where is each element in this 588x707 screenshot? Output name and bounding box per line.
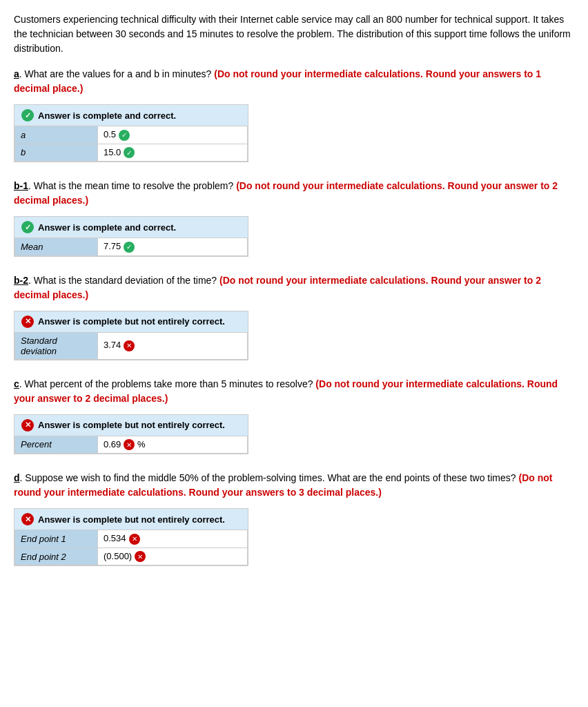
question-block-c: c. What percent of the problems take mor…: [14, 377, 574, 455]
question-letter-b2: b-2: [14, 275, 28, 286]
row-label-c-0: Percent: [15, 436, 98, 454]
intro-text: Customers experiencing technical difficu…: [14, 12, 574, 56]
row-label-d-0: End point 1: [15, 530, 98, 548]
question-before-b1: . What is the mean time to resolve the p…: [28, 180, 233, 191]
inline-cross-icon: ✕: [124, 340, 135, 351]
question-before-c: . What percent of the problems take more…: [19, 378, 313, 389]
answer-status-label-b1: Answer is complete and correct.: [38, 222, 176, 233]
row-value-a-0: 0.5✓: [98, 126, 248, 144]
table-row: Standard deviation3.74✕: [15, 332, 248, 359]
row-label-d-1: End point 2: [15, 548, 98, 565]
check-icon: ✓: [21, 109, 34, 122]
question-block-a: a. What are the values for a and b in mi…: [14, 67, 574, 162]
row-label-a-1: b: [15, 144, 98, 162]
answer-status-label-c: Answer is complete but not entirely corr…: [38, 420, 225, 430]
question-letter-a: a: [14, 68, 19, 79]
answer-box-d: ✕Answer is complete but not entirely cor…: [14, 508, 248, 566]
answer-status-label-a: Answer is complete and correct.: [38, 110, 176, 121]
inline-check-icon: ✓: [124, 242, 135, 253]
answer-box-a: ✓Answer is complete and correct.a0.5✓b15…: [14, 104, 248, 162]
answer-box-b1: ✓Answer is complete and correct.Mean7.75…: [14, 216, 248, 257]
inline-cross-icon: ✕: [135, 551, 146, 562]
cross-icon: ✕: [21, 513, 34, 525]
cross-icon: ✕: [21, 419, 34, 432]
question-label-b2: b-2. What is the standard deviation of t…: [14, 273, 574, 302]
question-block-b2: b-2. What is the standard deviation of t…: [14, 273, 574, 360]
row-label-a-0: a: [15, 126, 98, 144]
question-label-d: d. Suppose we wish to find the middle 50…: [14, 471, 574, 500]
row-value-c-0: 0.69✕ %: [98, 436, 248, 454]
inline-check-icon: ✓: [119, 130, 130, 141]
question-before-d: . Suppose we wish to find the middle 50%…: [20, 472, 516, 483]
row-value-b1-0: 7.75✓: [98, 238, 248, 256]
row-label-b2-0: Standard deviation: [15, 332, 98, 359]
question-label-c: c. What percent of the problems take mor…: [14, 377, 574, 406]
table-row: End point 10.534✕: [15, 530, 248, 548]
answer-box-c: ✕Answer is complete but not entirely cor…: [14, 414, 248, 455]
question-label-b1: b-1. What is the mean time to resolve th…: [14, 179, 574, 208]
answer-header-c: ✕Answer is complete but not entirely cor…: [14, 415, 248, 436]
answer-status-label-b2: Answer is complete but not entirely corr…: [38, 316, 225, 327]
question-block-b1: b-1. What is the mean time to resolve th…: [14, 179, 574, 257]
cross-icon: ✕: [21, 316, 34, 328]
inline-check-icon: ✓: [124, 147, 135, 158]
answer-status-label-d: Answer is complete but not entirely corr…: [38, 514, 225, 525]
table-row: a0.5✓: [15, 126, 248, 144]
answer-table-a: a0.5✓b15.0✓: [14, 126, 248, 162]
answer-table-b2: Standard deviation3.74✕: [14, 332, 248, 360]
answer-table-c: Percent0.69✕ %: [14, 436, 248, 454]
row-value-d-0: 0.534✕: [98, 530, 248, 548]
question-before-b2: . What is the standard deviation of the …: [28, 275, 217, 286]
answer-header-d: ✕Answer is complete but not entirely cor…: [14, 509, 248, 530]
question-letter-c: c: [14, 378, 19, 389]
table-row: Mean7.75✓: [15, 238, 248, 256]
value-suffix: %: [135, 439, 145, 449]
question-label-a: a. What are the values for a and b in mi…: [14, 67, 574, 96]
answer-header-b2: ✕Answer is complete but not entirely cor…: [14, 311, 248, 332]
answer-box-b2: ✕Answer is complete but not entirely cor…: [14, 311, 248, 360]
row-value-a-1: 15.0✓: [98, 144, 248, 162]
row-value-d-1: (0.500)✕: [98, 548, 248, 565]
answer-header-b1: ✓Answer is complete and correct.: [14, 217, 248, 238]
question-letter-d: d: [14, 472, 20, 483]
question-before-a: . What are the values for a and b in min…: [19, 68, 212, 79]
answer-header-a: ✓Answer is complete and correct.: [14, 105, 248, 126]
check-icon: ✓: [21, 221, 34, 233]
question-block-d: d. Suppose we wish to find the middle 50…: [14, 471, 574, 566]
row-label-b1-0: Mean: [15, 238, 98, 256]
inline-cross-icon: ✕: [124, 439, 135, 450]
table-row: End point 2(0.500)✕: [15, 548, 248, 565]
question-letter-b1: b-1: [14, 180, 28, 191]
table-row: Percent0.69✕ %: [15, 436, 248, 454]
table-row: b15.0✓: [15, 144, 248, 162]
row-value-b2-0: 3.74✕: [98, 332, 248, 359]
inline-cross-icon: ✕: [129, 534, 140, 545]
answer-table-b1: Mean7.75✓: [14, 238, 248, 256]
answer-table-d: End point 10.534✕End point 2(0.500)✕: [14, 530, 248, 565]
